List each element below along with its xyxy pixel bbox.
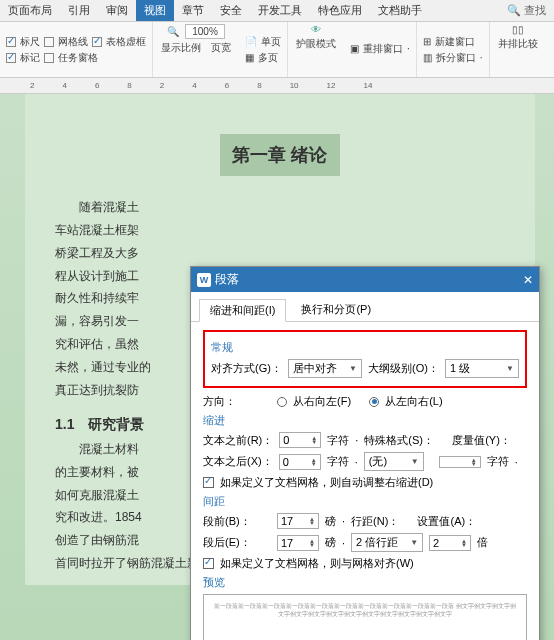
align-combo[interactable]: 居中对齐▼ — [288, 359, 362, 378]
tab-dochelper[interactable]: 文档助手 — [370, 0, 430, 21]
dialog-title: 段落 — [215, 271, 239, 288]
label-taskpane: 任务窗格 — [58, 51, 98, 65]
single-page-icon[interactable]: 📄 — [245, 36, 257, 47]
tab-features[interactable]: 特色应用 — [310, 0, 370, 21]
tab-indent-spacing[interactable]: 缩进和间距(I) — [199, 299, 286, 322]
spacing-label: 间距 — [203, 494, 527, 509]
after-text-label: 文本之后(X)： — [203, 454, 273, 469]
special-label: 特殊格式(S)： — [364, 433, 434, 448]
tab-security[interactable]: 安全 — [212, 0, 250, 21]
chars-unit: 字符 — [327, 433, 349, 448]
para-after-input[interactable]: 17▲▼ — [277, 535, 319, 551]
setvalue-label: 设置值(A)： — [417, 514, 476, 529]
multi-page-icon[interactable]: ▦ — [245, 52, 254, 63]
direction-label: 方向： — [203, 394, 271, 409]
tab-pagination[interactable]: 换行和分页(P) — [290, 298, 382, 321]
snap-grid-label: 如果定义了文档网格，则与网格对齐(W) — [220, 556, 414, 571]
radio-ltr[interactable] — [369, 397, 379, 407]
chars-unit: 字符 — [327, 454, 349, 469]
preview-label: 预览 — [203, 575, 527, 590]
search-label: 查找 — [524, 4, 546, 16]
linespacing-combo[interactable]: 2 倍行距▼ — [351, 533, 423, 552]
close-icon[interactable]: ✕ — [523, 273, 533, 287]
rearrange-label: 重排窗口 — [363, 42, 403, 56]
zoom-label: 显示比例 — [161, 41, 201, 55]
label-markup: 标记 — [20, 51, 40, 65]
bei-unit: 倍 — [477, 535, 488, 550]
tab-review[interactable]: 审阅 — [98, 0, 136, 21]
before-text-input[interactable]: 0▲▼ — [279, 432, 321, 448]
align-label: 对齐方式(G)： — [211, 361, 282, 376]
general-label: 常规 — [211, 340, 519, 355]
para-before-input[interactable]: 17▲▼ — [277, 513, 319, 529]
split-icon[interactable]: ▥ — [423, 52, 432, 63]
setvalue-input[interactable]: 2▲▼ — [429, 535, 471, 551]
chevron-down-icon: ▼ — [349, 364, 357, 373]
before-text-label: 文本之前(R)： — [203, 433, 273, 448]
wps-icon: W — [197, 273, 211, 287]
zoom-group[interactable]: 🔍100% 显示比例页宽 — [153, 22, 239, 77]
chars-unit: 字符 — [487, 454, 509, 469]
metric-label: 度量值(Y)： — [452, 433, 511, 448]
compare-button[interactable]: ▯▯ 并排比较 — [490, 22, 546, 77]
single-label: 单页 — [261, 35, 281, 49]
para-before-label: 段前(B)： — [203, 514, 271, 529]
check-tableborder[interactable] — [92, 37, 102, 47]
label-tableborder: 表格虚框 — [106, 35, 146, 49]
label-gridlines: 网格线 — [58, 35, 88, 49]
indent-label: 缩进 — [203, 413, 527, 428]
para-after-label: 段后(E)： — [203, 535, 271, 550]
eyecare-icon: 👁 — [311, 24, 321, 35]
doc-para[interactable]: 桥梁工程及大多 — [55, 242, 505, 265]
zoom-value[interactable]: 100% — [185, 24, 225, 39]
tab-layout[interactable]: 页面布局 — [0, 0, 60, 21]
check-gridlines[interactable] — [44, 37, 54, 47]
rearrange-icon[interactable]: ▣ — [350, 43, 359, 54]
rtl-label: 从右向左(F) — [293, 394, 351, 409]
check-markup[interactable] — [6, 53, 16, 63]
pagewidth-label[interactable]: 页宽 — [211, 41, 231, 55]
tab-chapters[interactable]: 章节 — [174, 0, 212, 21]
pt-unit: 磅 — [325, 535, 336, 550]
ltr-label: 从左向右(L) — [385, 394, 442, 409]
search-box[interactable]: 🔍 查找 — [499, 3, 554, 18]
auto-adjust-check[interactable] — [203, 477, 214, 488]
snap-grid-check[interactable] — [203, 558, 214, 569]
outline-combo[interactable]: 1 级▼ — [445, 359, 519, 378]
tab-view[interactable]: 视图 — [136, 0, 174, 21]
eyecare-label: 护眼模式 — [296, 37, 336, 51]
chevron-down-icon: ▼ — [506, 364, 514, 373]
paragraph-dialog: W 段落 ✕ 缩进和间距(I) 换行和分页(P) 常规 对齐方式(G)： 居中对… — [190, 266, 540, 640]
eyecare-button[interactable]: 👁 护眼模式 — [288, 22, 344, 77]
pt-unit: 磅 — [325, 514, 336, 529]
tab-references[interactable]: 引用 — [60, 0, 98, 21]
preview-area: 前一段落前一段落前一段落前一段落前一段落前一段落前一段落前一段落前一段落前一段落… — [203, 594, 527, 640]
check-ruler[interactable] — [6, 37, 16, 47]
check-taskpane[interactable] — [44, 53, 54, 63]
outline-label: 大纲级别(O)： — [368, 361, 439, 376]
multi-label: 多页 — [258, 51, 278, 65]
doc-para[interactable]: 随着混凝土 — [55, 196, 505, 219]
label-ruler: 标尺 — [20, 35, 40, 49]
zoom-icon: 🔍 — [167, 26, 179, 37]
newwin-icon[interactable]: ⊞ — [423, 36, 431, 47]
chapter-title[interactable]: 第一章 绪论 — [220, 134, 339, 176]
newwin-label: 新建窗口 — [435, 35, 475, 49]
after-text-input[interactable]: 0▲▼ — [279, 454, 321, 470]
special-combo[interactable]: (无)▼ — [364, 452, 424, 471]
linespacing-label: 行距(N)： — [351, 514, 399, 529]
doc-para[interactable]: 车站混凝土框架 — [55, 219, 505, 242]
compare-label: 并排比较 — [498, 37, 538, 51]
radio-rtl[interactable] — [277, 397, 287, 407]
horizontal-ruler[interactable]: 2468 2468 101214 — [0, 78, 554, 94]
compare-icon: ▯▯ — [512, 24, 524, 35]
split-label: 拆分窗口 — [436, 51, 476, 65]
highlighted-section: 常规 对齐方式(G)： 居中对齐▼ 大纲级别(O)： 1 级▼ — [203, 330, 527, 388]
tab-dev[interactable]: 开发工具 — [250, 0, 310, 21]
metric-input[interactable]: ▲▼ — [439, 456, 481, 468]
auto-adjust-label: 如果定义了文档网格，则自动调整右缩进(D) — [220, 475, 433, 490]
